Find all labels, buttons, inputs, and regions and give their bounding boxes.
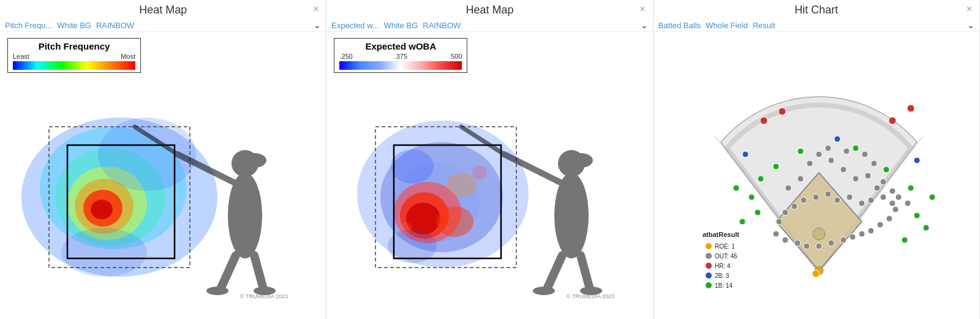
ctrl-result[interactable]: Result xyxy=(753,21,775,30)
svg-point-91 xyxy=(825,191,831,197)
ctrl-rainbow-2[interactable]: RAINBOW xyxy=(423,21,461,30)
svg-point-70 xyxy=(748,194,755,200)
ctrl-whole-field[interactable]: Whole Field xyxy=(706,21,748,30)
svg-point-66 xyxy=(853,145,859,151)
close-btn-1[interactable]: × xyxy=(313,4,318,15)
svg-point-92 xyxy=(813,194,819,200)
copyright-1: © TRUMEDIA 2023 xyxy=(240,293,288,299)
svg-point-62 xyxy=(914,157,920,163)
svg-point-99 xyxy=(794,240,801,246)
title-text-2: Heat Map xyxy=(466,4,513,16)
svg-point-32 xyxy=(472,165,487,180)
svg-point-120 xyxy=(706,253,712,259)
chevron-2[interactable]: ⌄ xyxy=(641,20,648,30)
heatmap-panel-1: Heat Map × Pitch Frequ... White BG RAINB… xyxy=(0,0,326,319)
svg-point-78 xyxy=(797,176,804,182)
svg-point-7 xyxy=(91,200,113,219)
svg-point-61 xyxy=(834,136,840,142)
title-text-3: Hit Chart xyxy=(794,4,838,16)
svg-point-93 xyxy=(801,197,807,203)
hitchart-body: atbatResult ROE: 1 OUT: 46 HR: 4 2B: 3 1… xyxy=(654,32,979,319)
svg-point-44 xyxy=(568,153,593,168)
close-btn-2[interactable]: × xyxy=(639,4,645,15)
svg-point-100 xyxy=(804,243,810,249)
svg-point-88 xyxy=(859,200,865,206)
svg-point-71 xyxy=(739,219,745,225)
svg-point-86 xyxy=(880,194,886,200)
svg-point-55 xyxy=(812,270,820,277)
svg-point-9 xyxy=(61,228,147,277)
svg-point-123 xyxy=(706,282,712,288)
legend-hr: HR: 4 xyxy=(715,263,731,269)
svg-point-82 xyxy=(840,167,846,173)
svg-point-65 xyxy=(797,148,804,154)
legend-max-2: .500 xyxy=(449,53,462,60)
ctrl-batted-balls[interactable]: Batted Balls xyxy=(658,21,701,30)
svg-point-108 xyxy=(886,216,892,222)
heatmap-visual-1: Pitch Frequency Least Most xyxy=(0,32,326,319)
svg-point-56 xyxy=(760,117,767,124)
svg-point-63 xyxy=(758,176,764,182)
heatmap-visual-2: Expected wOBA .250 .375 .500 xyxy=(326,32,652,319)
heatmap-panel-2: Heat Map × Expected w... White BG RAINBO… xyxy=(326,0,653,319)
svg-point-75 xyxy=(923,225,929,231)
ctrl-pitch-freq[interactable]: Pitch Frequ... xyxy=(5,21,52,30)
svg-point-28 xyxy=(437,206,473,237)
svg-point-73 xyxy=(733,185,739,191)
hitchart-panel: Hit Chart × Batted Balls Whole Field Res… xyxy=(654,0,980,319)
svg-point-118 xyxy=(825,145,831,151)
svg-point-84 xyxy=(865,173,871,179)
svg-point-97 xyxy=(773,231,779,237)
legend-bar-2 xyxy=(339,61,462,70)
svg-point-94 xyxy=(791,203,797,209)
svg-point-105 xyxy=(859,231,865,237)
svg-point-36 xyxy=(554,173,589,258)
svg-point-107 xyxy=(877,222,883,228)
panel-title-1: Heat Map × xyxy=(0,0,326,19)
legend-1b: 1B: 14 xyxy=(715,282,733,289)
svg-point-110 xyxy=(889,200,895,206)
heatmap-body-2: Expected wOBA .250 .375 .500 xyxy=(326,32,652,319)
svg-point-116 xyxy=(862,151,868,157)
panel-title-2: Heat Map × xyxy=(326,0,652,19)
chevron-3[interactable]: ⌄ xyxy=(967,20,974,30)
close-btn-3[interactable]: × xyxy=(967,4,972,15)
svg-point-122 xyxy=(706,272,712,279)
svg-point-121 xyxy=(706,263,712,269)
ctrl-white-bg-1[interactable]: White BG xyxy=(57,21,91,30)
ctrl-expected-w[interactable]: Expected w... xyxy=(331,21,379,30)
svg-point-77 xyxy=(785,185,791,191)
svg-point-85 xyxy=(874,185,880,191)
svg-point-95 xyxy=(782,209,788,216)
ctrl-white-bg-2[interactable]: White BG xyxy=(384,21,418,30)
svg-point-117 xyxy=(843,148,850,154)
svg-point-98 xyxy=(782,237,788,243)
legend-roe: ROE: 1 xyxy=(715,243,735,250)
svg-point-104 xyxy=(850,234,856,240)
title-text-1: Heat Map xyxy=(139,4,187,16)
svg-point-101 xyxy=(816,243,822,249)
svg-point-96 xyxy=(776,219,782,225)
svg-point-57 xyxy=(778,108,786,115)
svg-point-76 xyxy=(902,237,908,243)
svg-point-69 xyxy=(929,194,935,200)
svg-point-83 xyxy=(853,176,859,182)
svg-point-113 xyxy=(889,188,895,194)
svg-point-59 xyxy=(907,105,914,112)
hitchart-svg: atbatResult ROE: 1 OUT: 46 HR: 4 2B: 3 1… xyxy=(654,32,979,319)
svg-point-58 xyxy=(889,117,896,124)
ctrl-rainbow-1[interactable]: RAINBOW xyxy=(96,21,134,30)
chevron-1[interactable]: ⌄ xyxy=(314,20,321,30)
svg-point-12 xyxy=(228,173,262,258)
svg-point-112 xyxy=(905,200,911,206)
svg-point-89 xyxy=(846,194,853,200)
legend-title-1: Pitch Frequency xyxy=(13,41,135,51)
legend-labels-1: Least Most xyxy=(13,53,135,60)
svg-point-20 xyxy=(242,153,266,168)
svg-point-115 xyxy=(871,160,877,167)
svg-point-79 xyxy=(807,160,813,167)
svg-point-42 xyxy=(533,287,555,295)
legend-box-1: Pitch Frequency Least Most xyxy=(7,38,141,73)
controls-2: Expected w... White BG RAINBOW ⌄ xyxy=(326,19,652,32)
legend-max-1: Most xyxy=(121,53,135,60)
